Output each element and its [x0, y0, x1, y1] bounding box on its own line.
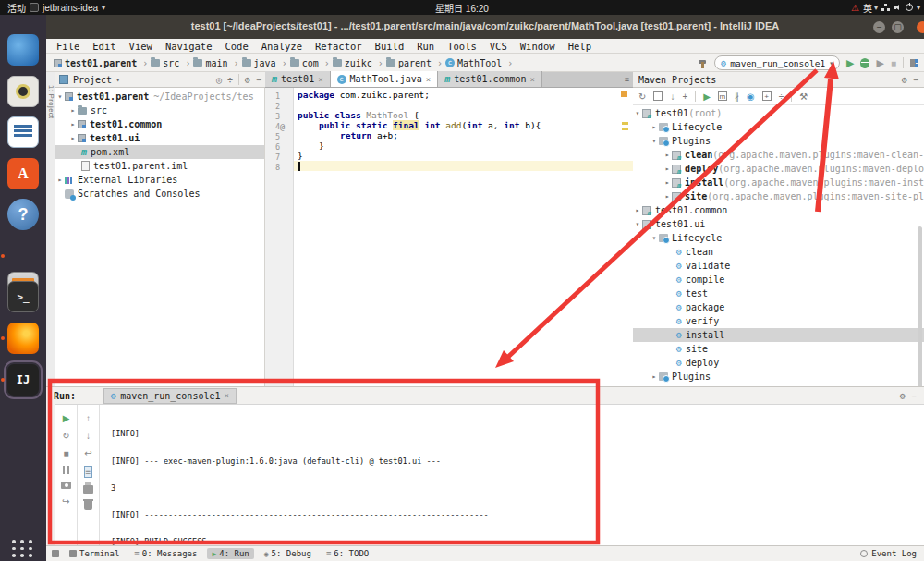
download-sources-icon[interactable]: ↓	[670, 91, 675, 102]
menu-item[interactable]: Refactor	[309, 41, 369, 52]
hidden-tabs-icon[interactable]: ≡	[625, 75, 629, 84]
tree-row-test01-ui[interactable]: ▸ test01.ui	[55, 131, 265, 145]
breadcrumb-item[interactable]: test01.parent›	[54, 58, 148, 68]
event-log-button[interactable]: Event Log	[860, 549, 917, 558]
maven-goal-test[interactable]: ⚙test	[633, 287, 924, 300]
tree-row-scratches[interactable]: Scratches and Consoles	[55, 187, 265, 201]
debug-button[interactable]	[860, 58, 869, 68]
intellij-idea-icon[interactable]: IJ	[7, 364, 39, 396]
tool-window-switcher-icon[interactable]	[52, 550, 59, 557]
menu-item[interactable]: Tools	[441, 41, 483, 52]
terminal-icon[interactable]: >_	[7, 281, 39, 312]
menu-item[interactable]: View	[123, 41, 159, 52]
maven-row-ui-plugins[interactable]: ▸ Plugins	[633, 370, 924, 384]
app-menu[interactable]: jetbrains-idea ▾	[30, 3, 105, 13]
locate-file-icon[interactable]: ◎	[216, 75, 222, 85]
run-maven-build-icon[interactable]: ▶	[703, 91, 711, 102]
input-method-indicator[interactable]: 英 ▾	[863, 1, 878, 15]
chevron-down-icon[interactable]: ▾	[116, 76, 120, 84]
run-configuration-icon[interactable]: m	[718, 91, 727, 101]
warning-mark[interactable]	[622, 128, 628, 130]
tree-row-src[interactable]: ▸ src	[55, 104, 265, 117]
menu-item[interactable]: Help	[562, 41, 598, 52]
close-icon[interactable]: ×	[426, 75, 431, 84]
statusbar-messages[interactable]: ≡ 0: Messages	[129, 548, 201, 559]
maven-row-clean-plugin[interactable]: ▸ clean (org.apache.maven.plugins:maven-…	[633, 148, 924, 162]
reimport-icon[interactable]: ↻	[638, 91, 646, 102]
rhythmbox-icon[interactable]	[7, 76, 39, 107]
activities-button[interactable]: 活动	[7, 1, 26, 15]
stripe-button-project[interactable]: 1: Project	[47, 85, 55, 119]
show-applications-button[interactable]	[12, 540, 34, 558]
inspection-status-icon[interactable]	[621, 91, 627, 97]
maven-goal-clean[interactable]: ⚙clean	[633, 245, 924, 259]
collapse-all-icon[interactable]: ÷	[227, 75, 233, 85]
hide-panel-icon[interactable]: −	[256, 75, 261, 85]
maven-row-site-plugin[interactable]: ▸ site (org.apache.maven.plugins:maven-s…	[633, 189, 924, 203]
help-icon[interactable]: ?	[7, 199, 39, 230]
maven-settings-icon[interactable]: ⚒	[799, 91, 808, 102]
soft-wrap-icon[interactable]: ↩	[84, 448, 91, 458]
settings-gear-icon[interactable]: ⚙	[900, 391, 906, 401]
maven-row-ui-lifecycle[interactable]: ▾ Lifecycle	[633, 231, 924, 245]
code-editor[interactable]: 1 2 3 4 5 6 7 8 @ package com.zuikc.pare…	[265, 88, 633, 389]
project-structure-icon[interactable]	[910, 58, 920, 68]
menu-item[interactable]: Build	[369, 41, 411, 52]
settings-gear-icon[interactable]: ⚙	[902, 75, 907, 85]
menu-item[interactable]: File	[50, 41, 86, 52]
breadcrumb-item[interactable]: com›	[290, 58, 330, 68]
libreoffice-writer-icon[interactable]	[7, 116, 39, 148]
speaker-icon[interactable]	[894, 5, 902, 11]
menu-item[interactable]: Edit	[86, 41, 122, 52]
tree-row-test01-common[interactable]: ▸ test01.common	[55, 117, 265, 131]
menu-item[interactable]: VCS	[483, 41, 514, 52]
build-project-icon[interactable]	[698, 58, 708, 68]
maven-goal-package[interactable]: ⚙package	[633, 300, 924, 314]
run-configuration-select[interactable]: ⚙ maven_run_console1 ▾	[714, 55, 840, 70]
close-icon[interactable]: ×	[225, 391, 229, 400]
close-icon[interactable]: ×	[530, 75, 535, 84]
generate-sources-icon[interactable]	[653, 91, 663, 101]
maven-panel-title[interactable]: Maven Projects	[638, 75, 716, 85]
up-stack-icon[interactable]: ↑	[86, 413, 91, 423]
tree-row-iml[interactable]: test01.parent.iml	[55, 159, 265, 173]
scroll-to-end-icon[interactable]: ≡	[84, 466, 93, 478]
chevron-down-icon[interactable]: ▾	[917, 4, 920, 12]
project-panel-title[interactable]: Project	[73, 75, 112, 85]
down-stack-icon[interactable]: ↓	[86, 431, 91, 441]
console-output[interactable]: [INFO] [INFO] --- exec-maven-plugin:1.6.…	[100, 405, 924, 546]
maven-row-test01-common[interactable]: ▸ test01.common	[633, 203, 924, 217]
firefox-icon[interactable]	[7, 323, 39, 354]
editor-tab-active[interactable]: c MathTool.java ×	[331, 71, 439, 87]
maven-row-test01-ui[interactable]: ▾ test01.ui	[633, 217, 924, 231]
editor-tab[interactable]: m test01 ×	[265, 71, 331, 87]
breadcrumb-item[interactable]: src›	[151, 58, 190, 68]
breadcrumb-item[interactable]: parent›	[386, 58, 443, 68]
tree-row-test01-parent[interactable]: ▾ test01.parent ~/IdeaProjects/tes	[55, 90, 265, 104]
annotation-gutter-icon[interactable]: @	[280, 122, 285, 131]
menu-item[interactable]: Navigate	[159, 41, 219, 52]
add-maven-project-icon[interactable]: +	[682, 91, 687, 102]
statusbar-run[interactable]: ▶ 4: Run	[207, 548, 253, 559]
maven-row-install-plugin[interactable]: ▸ install (org.apache.maven.plugins:mave…	[633, 176, 924, 189]
run-with-coverage-button[interactable]: ▶	[876, 57, 883, 69]
expand-all-icon[interactable]: +	[762, 91, 772, 101]
collapse-all-icon[interactable]: ÷	[779, 91, 784, 102]
maven-row-plugins[interactable]: ▾ Plugins	[633, 134, 924, 148]
rerun-failed-icon[interactable]: ↻	[62, 431, 69, 441]
menu-item[interactable]: Window	[514, 41, 562, 52]
maven-goal-install[interactable]: ⚙install	[633, 328, 924, 342]
maven-goal-deploy[interactable]: ⚙deploy	[633, 356, 924, 370]
minimize-button[interactable]: –	[873, 21, 885, 33]
tree-row-pom-xml[interactable]: m pom.xml	[55, 145, 265, 159]
warning-icon[interactable]: ⚠	[851, 3, 859, 13]
statusbar-terminal[interactable]: Terminal	[65, 548, 124, 559]
skip-tests-icon[interactable]: ∦	[735, 91, 739, 102]
statusbar-todo[interactable]: ≡ 6: TODO	[322, 548, 373, 559]
breadcrumb-item[interactable]: cMathTool›	[445, 58, 513, 68]
power-icon[interactable]	[906, 4, 913, 11]
statusbar-debug[interactable]: ◉ 5: Debug	[260, 548, 316, 559]
ubuntu-software-icon[interactable]: A	[7, 158, 39, 189]
maven-goal-compile[interactable]: ⚙compile	[633, 273, 924, 287]
warning-mark[interactable]	[622, 122, 628, 125]
